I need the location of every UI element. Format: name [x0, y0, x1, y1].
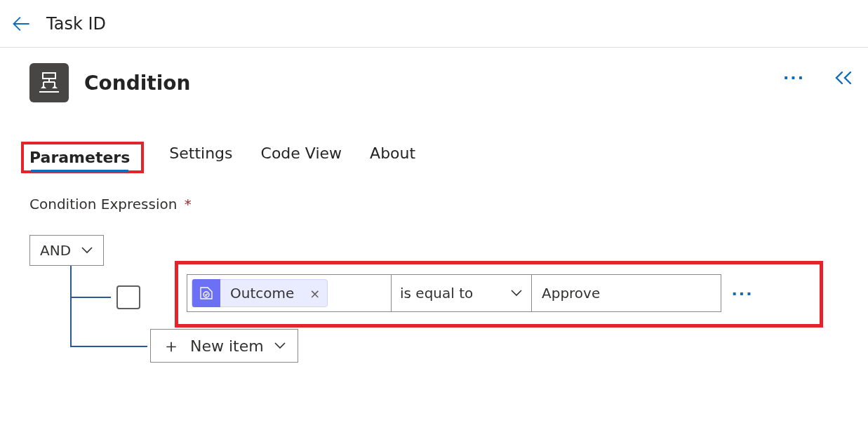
- logic-operator-dropdown[interactable]: AND: [29, 235, 104, 266]
- tree-connector: [70, 297, 111, 298]
- chevron-down-icon: [81, 246, 93, 255]
- row-checkbox[interactable]: [116, 285, 140, 309]
- tabs: Parameters Settings Code View About: [29, 144, 839, 170]
- row-more-menu-icon[interactable]: ···: [721, 274, 763, 312]
- operator-dropdown[interactable]: is equal to: [392, 274, 532, 312]
- chevron-down-icon: [510, 289, 523, 297]
- collapse-panel-icon[interactable]: [833, 69, 854, 86]
- required-indicator: *: [185, 196, 192, 212]
- expression-builder: AND Outcome: [29, 235, 839, 375]
- value-text: Approve: [542, 285, 600, 302]
- right-operand-field[interactable]: Approve: [532, 274, 721, 312]
- tree-connector: [70, 346, 147, 347]
- logic-operator-value: AND: [40, 242, 71, 259]
- condition-row: Outcome × is equal to Approve ···: [187, 274, 763, 312]
- left-operand-field[interactable]: Outcome ×: [187, 274, 392, 312]
- section-label: Condition Expression *: [29, 196, 839, 212]
- page-header: Task ID: [0, 0, 868, 48]
- plus-icon: ＋: [162, 334, 180, 358]
- more-menu-icon[interactable]: ···: [783, 69, 805, 86]
- parameters-tab-highlight: Parameters: [24, 144, 141, 170]
- page-title: Task ID: [46, 14, 106, 34]
- node-title: Condition: [84, 72, 191, 95]
- tree-connector: [70, 266, 72, 347]
- operator-value: is equal to: [400, 285, 473, 302]
- outcome-token-icon: [192, 279, 220, 307]
- title-actions: ···: [783, 69, 854, 86]
- back-arrow-icon[interactable]: [8, 11, 34, 36]
- content-area: Condition ··· Parameters Settings Code V…: [0, 48, 868, 391]
- tab-parameters[interactable]: Parameters: [29, 149, 130, 172]
- condition-expression-label: Condition Expression: [29, 196, 177, 212]
- svg-rect-0: [43, 73, 55, 79]
- token-remove-icon[interactable]: ×: [302, 286, 327, 301]
- tab-about[interactable]: About: [370, 144, 415, 170]
- tab-settings[interactable]: Settings: [169, 144, 232, 170]
- node-title-row: Condition: [29, 63, 839, 102]
- token-label: Outcome: [220, 285, 302, 302]
- tab-code-view[interactable]: Code View: [261, 144, 342, 170]
- new-item-label: New item: [190, 337, 264, 355]
- dynamic-content-token: Outcome ×: [192, 279, 328, 307]
- new-item-button[interactable]: ＋ New item: [150, 329, 298, 363]
- condition-node-icon: [29, 63, 69, 102]
- chevron-down-icon: [274, 342, 286, 350]
